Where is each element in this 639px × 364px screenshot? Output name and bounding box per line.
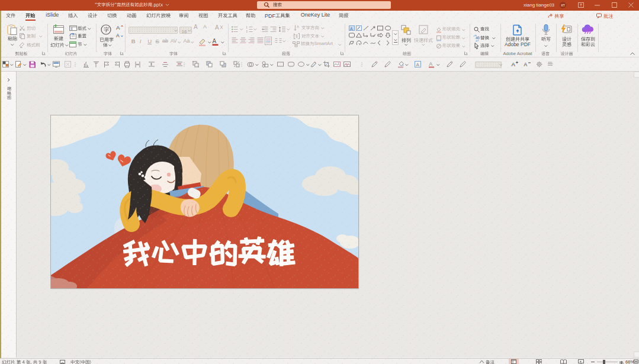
svg-text:1: 1 xyxy=(246,26,248,29)
svg-text:2: 2 xyxy=(246,30,248,33)
svg-text:A: A xyxy=(350,26,353,30)
svg-text:A: A xyxy=(213,38,217,44)
svg-text:A: A xyxy=(524,62,528,67)
svg-text:A: A xyxy=(297,25,299,28)
svg-text:A: A xyxy=(512,61,516,67)
svg-text:A: A xyxy=(116,24,120,31)
svg-text:A: A xyxy=(116,33,120,38)
svg-text:ab: ab xyxy=(476,36,480,40)
svg-text:A: A xyxy=(429,61,433,67)
svg-text:A: A xyxy=(215,24,219,31)
svg-text:A: A xyxy=(416,62,420,67)
